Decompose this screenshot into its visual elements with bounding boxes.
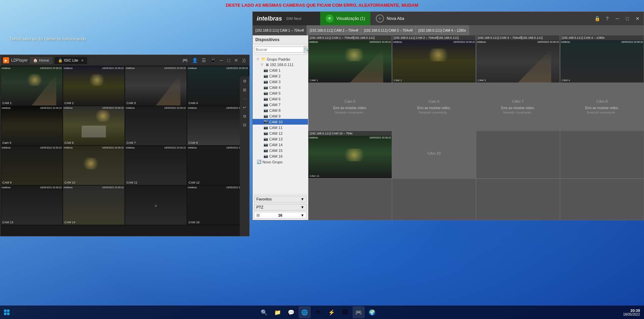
- search-input[interactable]: [254, 46, 304, 53]
- minimize-icon[interactable]: ─: [219, 58, 224, 63]
- table-row: ▲: [125, 186, 187, 225]
- table-row: intelbras 18/05/2022 20:39:22 CAM 12: [187, 146, 249, 185]
- ldplayer-tab-isic[interactable]: 🔒 ISIC Lite ✕: [55, 57, 87, 64]
- gamepad-icon[interactable]: 🎮: [181, 58, 189, 63]
- list-item[interactable]: 📷 CAM 14: [253, 142, 308, 148]
- camera-icon: 📷: [263, 97, 268, 101]
- camera-grid: [192.168.0.111] CAM 1 – 704x4f[192.168.0…: [308, 35, 644, 220]
- table-row: intelbras 18/05/2022 20:39:22 CAM 8: [187, 106, 249, 145]
- taskbar-zap-icon[interactable]: ⚡: [326, 306, 338, 318]
- close-tab-icon[interactable]: ✕: [81, 59, 84, 62]
- tree-item-grupo-padrao[interactable]: ▽ 📁 Grupo Padrão: [253, 56, 308, 62]
- error-message: Erro ao mostrar vídeo.: [501, 106, 535, 110]
- chevron-down-icon: ▼: [301, 197, 304, 201]
- ldplayer-window-controls: 🎮 👤 ☰ 📱 ─ □ ✕ ⟩⟩: [181, 58, 247, 63]
- tab-visualization-label: Visualização (1): [336, 16, 365, 21]
- list-item[interactable]: 📷 CAM 11: [253, 125, 308, 130]
- list-item[interactable]: 📷 CAM 3: [253, 79, 308, 85]
- ptz-dropdown[interactable]: PTZ ▼: [254, 204, 307, 211]
- error-message: Erro ao mostrar vídeo.: [333, 106, 367, 110]
- list-item[interactable]: 📷 CAM 4: [253, 85, 308, 90]
- grid-cam-7: CAm 7 Erro ao mostrar vídeo. Tentando no…: [476, 83, 560, 130]
- help-icon[interactable]: ?: [603, 14, 612, 23]
- ldplayer-sidebar: ⚙ ⊞ ··· ↩ ⧉ ⊟: [240, 76, 249, 236]
- tab-new-aba[interactable]: + Nova Aba: [370, 12, 410, 25]
- toolbar-cam-tab-1[interactable]: [192.168.0.111] CAM 1 – 704x4f: [253, 25, 307, 35]
- maximize-button[interactable]: □: [623, 14, 632, 23]
- list-item[interactable]: 📷 CAM 16: [253, 153, 308, 159]
- taskbar-search-icon[interactable]: 🔍: [258, 306, 270, 318]
- list-item[interactable]: 📷 CAM 12: [253, 130, 308, 136]
- ellipsis-icon[interactable]: ···: [241, 95, 248, 102]
- taskbar-explorer-icon[interactable]: 📁: [272, 306, 284, 318]
- tree-item-novo-grupo[interactable]: 🔄 Novo Grupo: [253, 159, 308, 165]
- taskbar-store-icon[interactable]: 🛍: [312, 306, 324, 318]
- start-button[interactable]: [0, 306, 13, 319]
- camera-icon: 📷: [263, 148, 268, 153]
- table-row: intelbras 18/05/2022 20:39:22 CAM 7: [125, 106, 187, 145]
- list-item[interactable]: 📷 CAM 6: [253, 96, 308, 102]
- close-icon[interactable]: ✕: [233, 58, 239, 63]
- table-row: intelbras 18/05/2022 20:39:22 CAM 1: [1, 66, 62, 105]
- list-item[interactable]: 📷 CAM 7: [253, 102, 308, 107]
- minimize-button[interactable]: ─: [613, 14, 622, 23]
- taskbar-network-icon[interactable]: 🌍: [366, 306, 378, 318]
- taskbar-chrome-icon[interactable]: 🌐: [299, 306, 311, 318]
- favoritos-dropdown[interactable]: Favoritos ▼: [254, 196, 307, 202]
- cam-feed: intelbras 18/05/2022 20:39:22 CAM 4: [560, 40, 644, 83]
- table-row: intelbras 18/05/2022 20:39:22 CAM 9: [1, 146, 62, 185]
- table-row: intelbras 18/05/2022 20:39:22 CAM 4: [187, 66, 249, 105]
- add-icon: 🔄: [257, 160, 261, 164]
- screen-icon[interactable]: 📱: [209, 58, 217, 63]
- cam-header: [192.168.0.111] CAM 4 – 1280x: [560, 35, 644, 40]
- grid-cam-3: [192.168.0.111] CAM 3 – 704x4f[192.168.0…: [476, 35, 560, 83]
- maximize-icon[interactable]: □: [226, 58, 231, 63]
- list-item[interactable]: 📷 CAM 15: [253, 148, 308, 153]
- back-icon[interactable]: ↩: [241, 104, 248, 111]
- camera-icon: 📷: [263, 125, 268, 130]
- expand-icon[interactable]: ⟩⟩: [241, 58, 247, 63]
- menu-icon[interactable]: ☰: [201, 58, 207, 63]
- toolbar-cam-tab-4[interactable]: [192.168.0.111] CAM 4 – 1280x: [416, 25, 469, 35]
- list-item[interactable]: 📷 CAM 13: [253, 136, 308, 142]
- list-item-selected[interactable]: 📷 CAM 10: [253, 119, 308, 125]
- grid-cam-6: Cam 6 Erro ao mostrar vídeo. Tentando no…: [392, 83, 476, 130]
- cam-header: [192.168.0.111] CAM 2 – 704x4f[192.168.0…: [392, 35, 476, 40]
- eye-icon: 👁: [326, 14, 334, 23]
- copy-icon[interactable]: ⧉: [241, 113, 248, 120]
- error-message: Erro ao mostrar vídeo.: [417, 106, 451, 110]
- taskbar-photos-icon[interactable]: 🖼: [339, 306, 351, 318]
- taskbar: 🔍 📁 💬 🌐 🛍 ⚡ 🖼 🎮 🌍 20:39 18/05/2022: [0, 306, 644, 319]
- list-item[interactable]: 📷 CAM 8: [253, 107, 308, 113]
- grid-icon[interactable]: ⊞: [241, 87, 248, 93]
- toolbar-cam-tab-3[interactable]: [192.168.0.111] CAM 3 – 704x4f: [361, 25, 416, 35]
- windows-logo-icon: [4, 309, 10, 315]
- ldplayer-tab-home[interactable]: 🏠 Home: [30, 57, 52, 64]
- sim-next-label: SIM Next: [286, 17, 301, 21]
- device-search-area: 🔍: [253, 44, 308, 55]
- toolbar-cam-tab-2[interactable]: [192.168.0.111] CAM 2 – 704x4f: [307, 25, 361, 35]
- lock-icon[interactable]: 🔒: [592, 14, 602, 23]
- cam-feed: intelbras 18/05/2022 20:39:22 CAm 11: [308, 136, 392, 178]
- grid-cam-1: [192.168.0.111] CAM 1 – 704x4f[192.168.0…: [308, 35, 392, 83]
- tab-visualization[interactable]: 👁 Visualização (1): [320, 12, 370, 25]
- split-icon[interactable]: ⊟: [241, 122, 248, 128]
- list-item[interactable]: 📷 CAM 5: [253, 90, 308, 96]
- cam-feed: intelbras 18/05/2022 20:39:22 CAM 1: [308, 40, 392, 83]
- grid-selector[interactable]: ⊞ 16 ▼: [254, 212, 307, 219]
- tree-item-ip[interactable]: ▽ 🖥 192.168.0.111: [253, 62, 308, 67]
- error-sub-message: Tentando novamente...: [335, 111, 366, 114]
- tab-new-label: Nova Aba: [387, 16, 404, 21]
- grid-cam-empty-4: [392, 179, 476, 220]
- close-button[interactable]: ✕: [633, 14, 642, 23]
- list-item[interactable]: 📷 CAM 1: [253, 67, 308, 73]
- taskbar-chat-icon[interactable]: 💬: [285, 306, 297, 318]
- list-item[interactable]: 📷 CAM 2: [253, 73, 308, 79]
- error-sub-message: Tentando novamente...: [587, 111, 618, 114]
- user-icon[interactable]: 👤: [191, 58, 199, 63]
- network-icon: 🖥: [265, 63, 269, 67]
- cam-header: [192.168.0.111] CAM 1 – 704x4f[192.168.0…: [308, 35, 392, 40]
- list-item[interactable]: 📷 CAM 9: [253, 113, 308, 119]
- taskbar-ldplayer-icon[interactable]: 🎮: [353, 306, 365, 318]
- gear-icon[interactable]: ⚙: [241, 78, 248, 85]
